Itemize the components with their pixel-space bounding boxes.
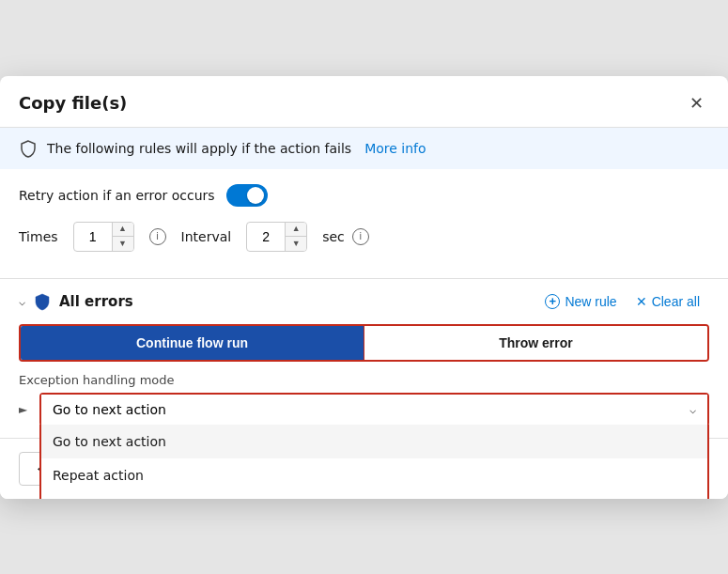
sec-label: seci — [322, 228, 369, 245]
shield-blue-icon — [33, 292, 52, 311]
interval-up-button[interactable]: ▲ — [286, 222, 306, 237]
retry-section: Retry action if an error occurs Times ▲ … — [0, 169, 728, 274]
x-icon: ✕ — [636, 294, 647, 309]
times-input[interactable] — [74, 229, 112, 244]
times-info-icon: i — [149, 228, 166, 245]
exception-label: Exception handling mode — [19, 373, 709, 387]
toggle-knob — [247, 187, 264, 204]
info-banner: The following rules will apply if the ac… — [0, 128, 728, 169]
section-divider — [0, 278, 728, 279]
shield-icon — [19, 139, 38, 158]
times-spinner[interactable]: ▲ ▼ — [73, 222, 134, 252]
continue-flow-tab[interactable]: Continue flow run — [21, 326, 364, 360]
interval-info-icon: i — [352, 228, 369, 245]
retry-row: Retry action if an error occurs — [19, 184, 709, 207]
errors-section: ⌵ All errors + New rule ✕ Clear all Cont… — [0, 283, 728, 362]
exception-section: Exception handling mode ► Go to next act… — [0, 373, 728, 438]
dropdown-option-3[interactable]: Go to label — [41, 492, 707, 499]
errors-left: ⌵ All errors — [19, 292, 133, 311]
dropdown-selected[interactable]: Go to next action ⌵ — [41, 395, 707, 425]
dropdown-option-2[interactable]: Repeat action — [41, 458, 707, 492]
tab-row: Continue flow run Throw error — [19, 324, 709, 362]
interval-down-button[interactable]: ▼ — [286, 237, 306, 252]
interval-input[interactable] — [247, 229, 285, 244]
dropdown-option-1[interactable]: Go to next action — [41, 425, 707, 458]
times-arrows: ▲ ▼ — [112, 222, 133, 252]
interval-arrows: ▲ ▼ — [285, 222, 306, 252]
new-rule-button[interactable]: + New rule — [535, 290, 626, 313]
dropdown-container: ► Go to next action ⌵ Go to next action … — [39, 393, 709, 427]
expand-arrow-icon[interactable]: ► — [19, 403, 27, 416]
dropdown-wrapper[interactable]: Go to next action ⌵ Go to next action Re… — [39, 393, 709, 427]
retry-label: Retry action if an error occurs — [19, 188, 215, 203]
dialog-title: Copy file(s) — [19, 93, 127, 113]
dialog-header: Copy file(s) ✕ — [0, 76, 728, 128]
errors-actions: + New rule ✕ Clear all — [535, 290, 709, 313]
times-row: Times ▲ ▼ i Interval ▲ ▼ seci — [19, 222, 709, 252]
errors-header: ⌵ All errors + New rule ✕ Clear all — [19, 290, 709, 313]
times-down-button[interactable]: ▼ — [113, 237, 133, 252]
interval-label: Interval — [181, 229, 232, 244]
chevron-down-icon[interactable]: ⌵ — [19, 295, 25, 308]
close-button[interactable]: ✕ — [684, 91, 709, 116]
times-up-button[interactable]: ▲ — [113, 222, 133, 237]
retry-toggle[interactable] — [226, 184, 268, 207]
times-label: Times — [19, 229, 58, 244]
more-info-link[interactable]: More info — [364, 141, 426, 156]
clear-all-button[interactable]: ✕ Clear all — [627, 290, 709, 313]
dropdown-list: Go to next action Repeat action Go to la… — [39, 425, 709, 499]
errors-title: All errors — [59, 293, 133, 310]
plus-circle-icon: + — [545, 294, 560, 309]
dialog: Copy file(s) ✕ The following rules will … — [0, 76, 728, 499]
dropdown-selected-value: Go to next action — [53, 402, 166, 417]
info-banner-text: The following rules will apply if the ac… — [47, 141, 351, 156]
throw-error-tab[interactable]: Throw error — [364, 326, 707, 360]
interval-spinner[interactable]: ▲ ▼ — [246, 222, 307, 252]
chevron-down-icon: ⌵ — [689, 403, 696, 416]
